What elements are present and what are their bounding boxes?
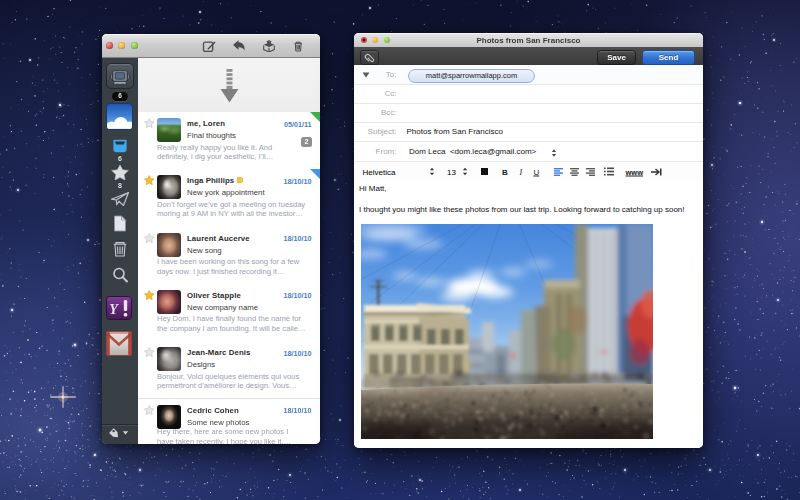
svg-text:Y: Y	[109, 302, 119, 317]
